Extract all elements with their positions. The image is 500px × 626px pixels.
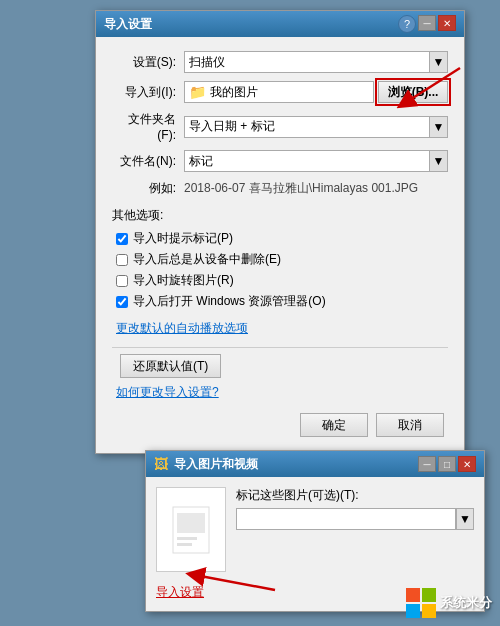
second-minimize-button[interactable]: ─ (418, 456, 436, 472)
options-title: 其他选项: (112, 207, 448, 224)
import-to-label: 导入到(I): (112, 84, 184, 101)
second-dialog-icon: 🖼 (154, 456, 168, 472)
checkbox-prompt-tag[interactable] (116, 233, 128, 245)
autoplay-link[interactable]: 更改默认的自动播放选项 (116, 321, 248, 335)
preview-image-icon (171, 505, 211, 555)
checkbox-open-explorer[interactable] (116, 296, 128, 308)
change-settings-link[interactable]: 如何更改导入设置? (116, 385, 219, 399)
option-item-2: 导入后总是从设备中删除(E) (116, 251, 448, 268)
checkbox-delete-device[interactable] (116, 254, 128, 266)
close-button[interactable]: ✕ (438, 15, 456, 31)
second-maximize-button[interactable]: □ (438, 456, 456, 472)
image-preview (156, 487, 226, 572)
filename-dropdown-arrow: ▼ (429, 151, 447, 171)
logo-quad-red (406, 588, 420, 602)
import-to-field: 📁 我的图片 (184, 81, 374, 103)
help-button[interactable]: ? (398, 15, 416, 33)
main-dialog-title: 导入设置 (104, 16, 152, 33)
option-label-2: 导入后总是从设备中删除(E) (133, 251, 281, 268)
import-settings-link[interactable]: 导入设置 (156, 584, 204, 601)
filename-row: 文件名(N): 标记 ▼ (112, 150, 448, 172)
right-section: 标记这些图片(可选)(T): ▼ (236, 487, 474, 572)
settings-label: 设置(S): (112, 54, 184, 71)
folder-row: 文件夹名(F): 导入日期 + 标记 ▼ (112, 111, 448, 142)
checkbox-rotate[interactable] (116, 275, 128, 287)
svg-rect-4 (177, 537, 197, 540)
divider (112, 347, 448, 348)
example-row: 例如: 2018-06-07 喜马拉雅山\Himalayas 001.JPG (112, 180, 448, 197)
restore-button[interactable]: 还原默认值(T) (120, 354, 221, 378)
option-item-3: 导入时旋转图片(R) (116, 272, 448, 289)
browse-button[interactable]: 浏览(B)... (378, 81, 448, 103)
filename-dropdown[interactable]: 标记 ▼ (184, 150, 448, 172)
watermark-text: 系统米分 (440, 594, 492, 612)
restore-row: 还原默认值(T) (116, 354, 448, 378)
logo-quad-green (422, 588, 436, 602)
autoplay-link-row: 更改默认的自动播放选项 (116, 320, 448, 337)
ok-button[interactable]: 确定 (300, 413, 368, 437)
settings-dropdown-arrow: ▼ (429, 52, 447, 72)
svg-rect-3 (177, 513, 205, 533)
change-settings-row: 如何更改导入设置? (116, 384, 448, 401)
option-item-1: 导入时提示标记(P) (116, 230, 448, 247)
option-label-1: 导入时提示标记(P) (133, 230, 233, 247)
second-dialog-title: 导入图片和视频 (174, 456, 258, 473)
titlebar-buttons: ? ─ ✕ (394, 15, 456, 33)
import-to-value: 我的图片 (210, 84, 258, 101)
folder-dropdown-arrow: ▼ (429, 117, 447, 137)
folder-dropdown[interactable]: 导入日期 + 标记 ▼ (184, 116, 448, 138)
svg-rect-5 (177, 543, 192, 546)
folder-label: 文件夹名(F): (112, 111, 184, 142)
minimize-button[interactable]: ─ (418, 15, 436, 31)
filename-value: 标记 (189, 153, 213, 170)
main-dialog: 导入设置 ? ─ ✕ 设置(S): 扫描仪 ▼ 导入到(I): 📁 我的图片 浏… (95, 10, 465, 454)
main-dialog-titlebar: 导入设置 ? ─ ✕ (96, 11, 464, 37)
logo-quad-yellow (422, 604, 436, 618)
tag-label: 标记这些图片(可选)(T): (236, 487, 474, 504)
cancel-button[interactable]: 取消 (376, 413, 444, 437)
tag-input[interactable] (236, 508, 456, 530)
watermark-logo (406, 588, 436, 618)
second-dialog-titlebar: 🖼 导入图片和视频 ─ □ ✕ (146, 451, 484, 477)
second-close-button[interactable]: ✕ (458, 456, 476, 472)
import-to-row: 导入到(I): 📁 我的图片 浏览(B)... (112, 81, 448, 103)
main-dialog-body: 设置(S): 扫描仪 ▼ 导入到(I): 📁 我的图片 浏览(B)... 文件夹… (96, 37, 464, 453)
folder-icon: 📁 (189, 84, 206, 100)
example-label: 例如: (112, 180, 184, 197)
second-titlebar-buttons: ─ □ ✕ (418, 456, 476, 472)
folder-value: 导入日期 + 标记 (189, 118, 275, 135)
settings-dropdown[interactable]: 扫描仪 ▼ (184, 51, 448, 73)
watermark: 系统米分 (406, 588, 492, 618)
logo-quad-blue (406, 604, 420, 618)
dialog-footer: 确定 取消 (112, 413, 448, 441)
example-value: 2018-06-07 喜马拉雅山\Himalayas 001.JPG (184, 180, 418, 197)
options-section: 其他选项: 导入时提示标记(P) 导入后总是从设备中删除(E) 导入时旋转图片(… (112, 207, 448, 310)
tag-dropdown-arrow[interactable]: ▼ (456, 508, 474, 530)
settings-value: 扫描仪 (189, 54, 225, 71)
settings-row: 设置(S): 扫描仪 ▼ (112, 51, 448, 73)
second-content: 标记这些图片(可选)(T): ▼ (156, 487, 474, 572)
option-item-4: 导入后打开 Windows 资源管理器(O) (116, 293, 448, 310)
option-label-3: 导入时旋转图片(R) (133, 272, 234, 289)
filename-label: 文件名(N): (112, 153, 184, 170)
option-label-4: 导入后打开 Windows 资源管理器(O) (133, 293, 326, 310)
